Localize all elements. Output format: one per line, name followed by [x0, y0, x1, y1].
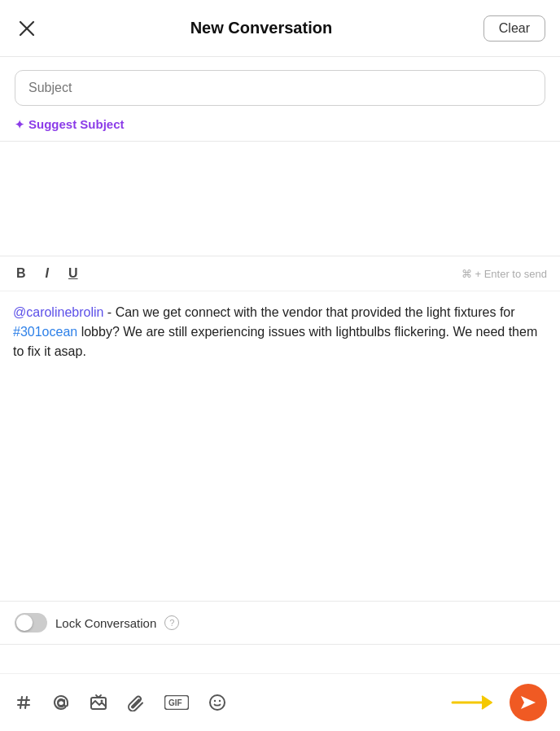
- message-text-1: - Can we get connect with the vendor tha…: [103, 305, 514, 319]
- svg-point-11: [210, 695, 225, 710]
- emoji-icon: [208, 694, 226, 711]
- page-title: New Conversation: [39, 19, 483, 37]
- header: New Conversation Clear: [0, 0, 560, 57]
- image-icon: [90, 694, 107, 711]
- lock-toggle[interactable]: [15, 613, 47, 633]
- toggle-knob: [16, 615, 33, 631]
- bold-button[interactable]: B: [13, 265, 29, 282]
- bottom-toolbar: GIF: [0, 673, 560, 731]
- yellow-arrow: [451, 693, 500, 712]
- tool-buttons: GIF: [13, 692, 451, 713]
- italic-button[interactable]: I: [42, 265, 52, 282]
- mention-tag: @carolinebrolin: [13, 305, 103, 319]
- spacer: [0, 142, 560, 256]
- subject-section: ✦ Suggest Subject: [0, 57, 560, 142]
- send-area: [451, 684, 547, 721]
- svg-text:GIF: GIF: [168, 698, 182, 707]
- send-icon: [519, 694, 537, 711]
- svg-line-5: [25, 697, 27, 708]
- sparkle-icon: ✦: [15, 118, 24, 131]
- suggest-subject-label: Suggest Subject: [28, 117, 125, 131]
- subject-input[interactable]: [15, 70, 545, 106]
- gif-icon: GIF: [164, 695, 189, 710]
- close-button[interactable]: [15, 16, 39, 41]
- suggest-subject-button[interactable]: ✦ Suggest Subject: [15, 114, 545, 134]
- svg-line-4: [20, 697, 22, 708]
- hashtag-tag: #301ocean: [13, 325, 77, 339]
- clear-button[interactable]: Clear: [483, 15, 545, 42]
- attachment-icon: [127, 694, 145, 711]
- at-icon: [52, 694, 70, 711]
- arrow-icon: [451, 693, 500, 712]
- shortcut-hint: ⌘ + Enter to send: [462, 268, 547, 280]
- format-buttons: B I U: [13, 265, 81, 282]
- hash-icon: [15, 694, 33, 711]
- message-text-2: lobby? We are still experiencing issues …: [13, 325, 537, 358]
- underline-button[interactable]: U: [65, 265, 81, 282]
- image-button[interactable]: [88, 692, 109, 713]
- emoji-button[interactable]: [207, 692, 228, 713]
- lock-label: Lock Conversation: [55, 616, 156, 630]
- mention-button[interactable]: [50, 692, 72, 713]
- svg-point-13: [219, 700, 221, 702]
- gif-button[interactable]: GIF: [163, 694, 190, 711]
- hash-button[interactable]: [13, 692, 34, 713]
- help-icon[interactable]: ?: [164, 615, 179, 630]
- send-button[interactable]: [510, 684, 547, 721]
- compose-section: B I U ⌘ + Enter to send @carolinebrolin …: [0, 256, 560, 602]
- formatting-toolbar: B I U ⌘ + Enter to send: [0, 256, 560, 291]
- message-body[interactable]: @carolinebrolin - Can we get connect wit…: [0, 291, 560, 601]
- svg-point-12: [214, 700, 216, 702]
- svg-point-8: [101, 700, 103, 703]
- attachment-button[interactable]: [125, 692, 147, 713]
- lock-row: Lock Conversation ?: [0, 602, 560, 645]
